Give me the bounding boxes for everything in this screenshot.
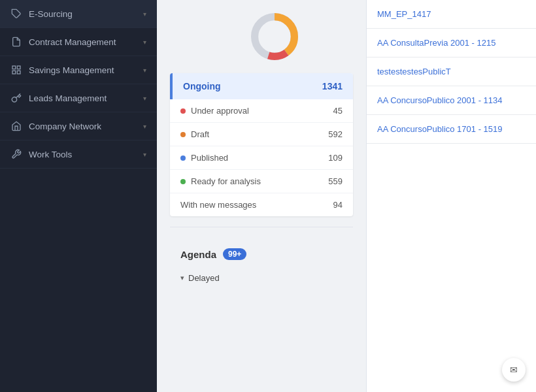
sidebar-item-label: Work Tools xyxy=(29,150,72,159)
sidebar-item-company-network[interactable]: Company Network ▾ xyxy=(0,112,157,140)
sidebar-item-contract-management[interactable]: Contract Management ▾ xyxy=(0,28,157,56)
stat-row-published: Published 109 xyxy=(170,146,353,170)
chevron-down-icon: ▾ xyxy=(143,67,146,74)
donut-chart xyxy=(170,10,353,73)
list-item[interactable]: MM_EP_1417 xyxy=(367,0,536,29)
stat-label: Published xyxy=(191,153,228,163)
list-item[interactable]: AA ConsultaPrevia 2001 - 1215 xyxy=(367,29,536,57)
chevron-down-icon: ▾ xyxy=(143,95,146,102)
stat-dot xyxy=(180,179,186,184)
item-link[interactable]: MM_EP_1417 xyxy=(377,9,431,19)
sidebar-item-label: Contract Management xyxy=(29,37,116,47)
stat-dot xyxy=(180,132,186,137)
chevron-down-icon: ▾ xyxy=(143,123,146,130)
main-row: Ongoing 1341 Under approval 45 Dr xyxy=(157,0,536,392)
chevron-down-icon: ▾ xyxy=(143,10,146,18)
file-icon xyxy=(10,36,22,48)
grid-icon xyxy=(10,64,22,76)
stat-value: 94 xyxy=(333,200,343,210)
item-link[interactable]: testestestesPublicT xyxy=(377,67,451,76)
stat-label: Under approval xyxy=(191,106,249,116)
stat-label: With new messages xyxy=(180,200,256,210)
agenda-title: Agenda xyxy=(180,249,216,260)
item-link[interactable]: AA ConsultaPrevia 2001 - 1215 xyxy=(377,38,495,48)
stat-value: 109 xyxy=(328,153,343,163)
ongoing-row: Ongoing 1341 xyxy=(170,73,353,99)
sidebar-item-leads-management[interactable]: Leads Management ▾ xyxy=(0,84,157,112)
sidebar-item-work-tools[interactable]: Work Tools ▾ xyxy=(0,140,157,169)
stat-row-new-messages: With new messages 94 xyxy=(170,193,353,216)
item-link[interactable]: AA ConcursoPublico 2001 - 1134 xyxy=(377,95,503,105)
svg-rect-3 xyxy=(17,71,20,74)
stat-value: 592 xyxy=(328,129,343,139)
svg-rect-2 xyxy=(17,66,20,69)
agenda-header: Agenda 99+ xyxy=(180,248,343,260)
delayed-row[interactable]: ▾ Delayed xyxy=(180,268,343,288)
sidebar-item-e-sourcing[interactable]: E-Sourcing ▾ xyxy=(0,0,157,28)
sidebar-item-label: Leads Management xyxy=(29,93,107,103)
stat-dot xyxy=(180,155,186,161)
stat-label: Draft xyxy=(191,129,209,139)
sidebar-item-label: E-Sourcing xyxy=(29,9,73,19)
layout-right: Ongoing 1341 Under approval 45 Dr xyxy=(157,0,536,392)
building-icon xyxy=(10,120,22,132)
stat-label: Ready for analysis xyxy=(191,176,261,186)
tool-icon xyxy=(10,148,22,160)
stat-value: 559 xyxy=(328,176,343,186)
sidebar-item-savings-management[interactable]: Savings Management ▾ xyxy=(0,56,157,84)
chevron-down-icon: ▾ xyxy=(143,39,146,46)
list-item[interactable]: testestestesPublicT xyxy=(367,57,536,86)
list-item[interactable]: AA ConcursoPublico 1701 - 1519 xyxy=(367,115,536,144)
chevron-down-icon: ▾ xyxy=(180,274,184,282)
delayed-label: Delayed xyxy=(188,273,220,283)
stats-card: Ongoing 1341 Under approval 45 Dr xyxy=(170,73,353,216)
agenda-badge: 99+ xyxy=(223,248,246,260)
stat-row-draft: Draft 592 xyxy=(170,123,353,146)
item-link[interactable]: AA ConcursoPublico 1701 - 1519 xyxy=(377,124,503,134)
ongoing-label: Ongoing xyxy=(183,81,221,91)
agenda-section: Agenda 99+ ▾ Delayed xyxy=(170,238,353,299)
main-content: Ongoing 1341 Under approval 45 Dr xyxy=(157,0,366,392)
stat-row-under-approval: Under approval 45 xyxy=(170,99,353,123)
tag-icon xyxy=(10,8,22,20)
stat-value: 45 xyxy=(333,106,343,116)
sidebar-item-label: Company Network xyxy=(29,122,101,131)
ongoing-count: 1341 xyxy=(322,81,343,91)
svg-rect-1 xyxy=(12,66,16,69)
chevron-down-icon: ▾ xyxy=(143,151,146,158)
svg-rect-4 xyxy=(12,71,16,74)
section-divider xyxy=(170,227,353,227)
key-icon xyxy=(10,92,22,104)
sidebar-item-label: Savings Management xyxy=(29,65,114,75)
sidebar: E-Sourcing ▾ Contract Management ▾ Sav xyxy=(0,0,157,392)
stat-row-ready: Ready for analysis 559 xyxy=(170,170,353,193)
right-panel: MM_EP_1417 AA ConsultaPrevia 2001 - 1215… xyxy=(366,0,536,392)
stat-dot xyxy=(180,108,186,114)
list-item[interactable]: AA ConcursoPublico 2001 - 1134 xyxy=(367,86,536,115)
